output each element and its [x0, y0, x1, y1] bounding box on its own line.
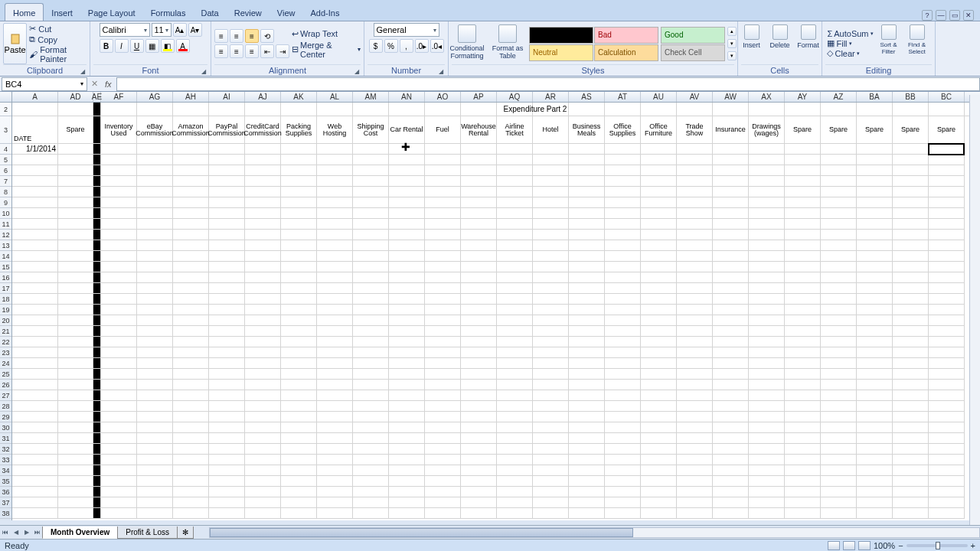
cell[interactable]: [857, 455, 893, 465]
cell[interactable]: [605, 444, 641, 455]
cell[interactable]: [821, 401, 857, 412]
cell[interactable]: [713, 219, 749, 230]
cell[interactable]: [281, 176, 317, 187]
tab-nav-prev[interactable]: ◀: [11, 527, 21, 538]
cell[interactable]: [857, 390, 893, 401]
tab-pagelayout[interactable]: Page Layout: [80, 4, 143, 21]
cell[interactable]: [929, 165, 965, 176]
cell[interactable]: [93, 283, 101, 294]
cell[interactable]: [533, 380, 569, 390]
cell[interactable]: [641, 476, 677, 487]
align-right-button[interactable]: ≡: [245, 44, 259, 58]
cell[interactable]: [929, 155, 965, 165]
cell[interactable]: [137, 144, 173, 155]
col-header-AT[interactable]: AT: [605, 92, 641, 102]
cell[interactable]: [749, 240, 785, 251]
col-header-AJ[interactable]: AJ: [245, 92, 281, 102]
cell[interactable]: [821, 155, 857, 165]
cell[interactable]: [317, 444, 353, 455]
cell[interactable]: [569, 412, 605, 422]
cell[interactable]: [749, 380, 785, 390]
cell[interactable]: [389, 465, 425, 476]
cell[interactable]: [461, 187, 497, 197]
cell[interactable]: [497, 294, 533, 305]
cell[interactable]: [317, 422, 353, 433]
cell[interactable]: [58, 283, 93, 294]
cell[interactable]: [389, 508, 425, 519]
cell[interactable]: [857, 337, 893, 347]
cell[interactable]: [533, 165, 569, 176]
cell[interactable]: [821, 144, 857, 155]
cell[interactable]: [137, 422, 173, 433]
cell[interactable]: [317, 412, 353, 422]
cell[interactable]: [785, 240, 821, 251]
cell[interactable]: [821, 444, 857, 455]
cell[interactable]: [821, 433, 857, 444]
cell[interactable]: [209, 476, 245, 487]
gallery-more-button[interactable]: ▾: [727, 51, 737, 60]
row-header-30[interactable]: 30: [0, 422, 11, 433]
cell[interactable]: [569, 337, 605, 347]
cell[interactable]: [281, 422, 317, 433]
cell[interactable]: [929, 401, 965, 412]
cell[interactable]: [677, 251, 713, 262]
cell[interactable]: [93, 208, 101, 219]
cell[interactable]: [425, 326, 461, 337]
sort-filter-button[interactable]: Sort & Filter: [876, 23, 902, 64]
cell[interactable]: [929, 208, 965, 219]
cell[interactable]: [785, 197, 821, 208]
col-header-AD[interactable]: AD: [58, 92, 93, 102]
cell[interactable]: [785, 433, 821, 444]
cell[interactable]: [461, 272, 497, 283]
cell[interactable]: [893, 455, 929, 465]
row-header-9[interactable]: 9: [0, 197, 11, 208]
cell[interactable]: [785, 412, 821, 422]
cell[interactable]: [641, 294, 677, 305]
cell[interactable]: [893, 401, 929, 412]
cell[interactable]: [209, 444, 245, 455]
cell[interactable]: [785, 444, 821, 455]
cell[interactable]: [353, 283, 389, 294]
cell[interactable]: [137, 230, 173, 240]
cell[interactable]: [317, 369, 353, 380]
cell[interactable]: [713, 487, 749, 497]
cell[interactable]: [389, 497, 425, 508]
cell[interactable]: [641, 155, 677, 165]
cell[interactable]: [569, 380, 605, 390]
cell[interactable]: [641, 165, 677, 176]
cell[interactable]: [137, 497, 173, 508]
cell[interactable]: [93, 337, 101, 347]
cell[interactable]: [281, 433, 317, 444]
cell[interactable]: [749, 262, 785, 272]
cell[interactable]: [461, 251, 497, 262]
cell[interactable]: [209, 433, 245, 444]
cell[interactable]: [497, 390, 533, 401]
close-icon[interactable]: ✕: [963, 10, 974, 21]
row-header-10[interactable]: 10: [0, 208, 11, 219]
cell[interactable]: [605, 272, 641, 283]
cell[interactable]: [533, 401, 569, 412]
cell[interactable]: [93, 187, 101, 197]
cell[interactable]: [317, 455, 353, 465]
cell[interactable]: [425, 508, 461, 519]
cell[interactable]: [641, 508, 677, 519]
cell[interactable]: [893, 315, 929, 326]
cell[interactable]: [317, 230, 353, 240]
cell[interactable]: [533, 240, 569, 251]
cell[interactable]: [12, 219, 58, 230]
cell[interactable]: [641, 390, 677, 401]
cell[interactable]: [12, 187, 58, 197]
cell[interactable]: [785, 294, 821, 305]
cell[interactable]: [353, 155, 389, 165]
col-header-AH[interactable]: AH: [173, 92, 209, 102]
cell[interactable]: [281, 401, 317, 412]
cell[interactable]: [389, 315, 425, 326]
cell[interactable]: [317, 165, 353, 176]
cell[interactable]: [569, 369, 605, 380]
cell[interactable]: [425, 272, 461, 283]
column-header-cell[interactable]: Warehouse Rental: [461, 116, 497, 144]
cell[interactable]: [101, 197, 137, 208]
cell[interactable]: [173, 305, 209, 315]
cell[interactable]: [281, 144, 317, 155]
cell[interactable]: [569, 155, 605, 165]
